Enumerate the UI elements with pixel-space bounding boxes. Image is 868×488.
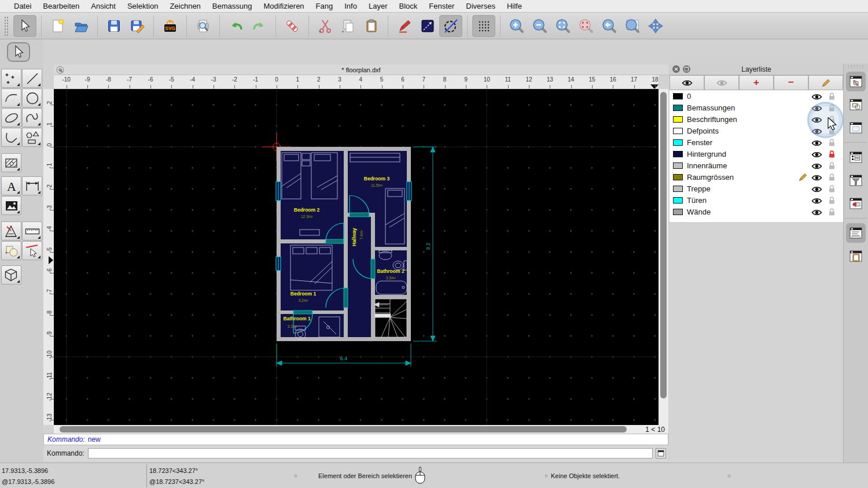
save-button[interactable] [102,15,126,37]
layer-row-hintergrund[interactable]: Hintergrund [670,148,843,160]
horizontal-scrollbar-thumb[interactable] [60,426,627,432]
horizontal-scrollbar[interactable]: 1 < 10 [54,425,668,434]
add-layer-button[interactable]: + [739,75,774,90]
draft-circle-button[interactable] [439,15,462,37]
erase-button[interactable] [281,15,304,37]
menu-item-info[interactable]: Info [339,2,363,10]
document-titlebar[interactable]: * floorplan.dxf [54,65,668,75]
hide-all-layers-button[interactable] [704,75,739,90]
block-panel-toggle-button[interactable] [846,95,866,114]
menu-item-bearbeiten[interactable]: Bearbeiten [37,2,85,10]
tool-delete-button[interactable] [22,241,42,260]
tool-line-button[interactable] [22,69,42,88]
menu-item-selektion[interactable]: Selektion [122,2,164,10]
show-all-layers-button[interactable] [670,75,704,90]
tool-text-button[interactable]: A [1,176,21,195]
command-input[interactable] [88,448,653,459]
select-cursor-button[interactable] [13,15,36,37]
tool-info-button[interactable] [1,241,21,260]
clipboard-panel-toggle-button[interactable] [846,246,866,266]
drawing-panel-toggle-button[interactable] [846,72,866,91]
layer-color-swatch[interactable] [673,93,683,99]
layer-row-0[interactable]: 0 [670,90,843,102]
layer-row-raumgrössen[interactable]: Raumgrössen [670,171,843,183]
open-file-button[interactable] [69,15,93,37]
layer-color-swatch[interactable] [673,186,683,192]
layer-panel-header[interactable]: ✕ ❐ Layerliste [670,64,843,75]
layer-lock-icon[interactable] [828,208,836,219]
zoom-back-button[interactable] [598,15,621,37]
hruler-label: 10 [484,76,490,83]
vertical-scrollbar[interactable] [659,89,668,425]
zoom-out-button[interactable] [528,15,551,37]
paste-button[interactable] [360,15,383,37]
layer-row-wände[interactable]: Wände [670,206,843,217]
edit-layer-button[interactable] [808,75,843,90]
copy-button[interactable]: + [337,15,360,37]
zoom-pan-button[interactable] [644,15,667,37]
menu-item-ansicht[interactable]: Ansicht [85,2,122,10]
cut-button[interactable]: + [314,15,337,37]
layer-color-swatch[interactable] [673,151,683,157]
menu-item-bemassung[interactable]: Bemassung [207,2,258,10]
menu-item-block[interactable]: Block [393,2,423,10]
layer-color-swatch[interactable] [673,197,683,204]
menu-item-fenster[interactable]: Fenster [423,2,460,10]
tool-arc-button[interactable] [1,88,21,108]
vertical-scrollbar-thumb[interactable] [660,92,667,398]
tool-points-button[interactable] [1,69,21,88]
layer-color-swatch[interactable] [673,174,683,180]
filter-panel-toggle-button[interactable] [846,171,866,190]
undo-button[interactable] [225,15,248,37]
layer-color-swatch[interactable] [673,116,683,123]
layer-color-swatch[interactable] [673,209,683,215]
layer-color-swatch[interactable] [673,162,683,169]
tool-modify-button[interactable] [1,221,21,241]
layer-row-türen[interactable]: Türen [670,194,843,206]
save-as-button[interactable] [126,15,149,37]
tool-box-3d-button[interactable] [1,265,21,284]
zoom-previous-button[interactable] [575,15,598,37]
zoom-window-button[interactable] [621,15,644,37]
layer-row-innenräume[interactable]: Innenräume [670,160,843,171]
remove-layer-button[interactable]: − [774,75,808,90]
command-window-toggle-icon[interactable] [656,448,666,459]
layer-color-swatch[interactable] [673,105,683,111]
tool-image-button[interactable] [1,196,21,215]
menu-item-layer[interactable]: Layer [363,2,393,10]
zoom-in-button[interactable] [505,15,528,37]
tool-spline-button[interactable] [22,108,42,127]
layer-visibility-eye-icon[interactable] [811,208,822,219]
new-file-button[interactable] [46,15,69,37]
frame-panel-toggle-button[interactable] [846,118,866,138]
menu-item-hilfe[interactable]: Hilfe [501,2,528,10]
redo-button[interactable] [248,15,271,37]
print-preview-button[interactable] [192,15,215,37]
tool-polyline-button[interactable] [1,128,21,147]
menu-item-modifizieren[interactable]: Modifizieren [258,2,310,10]
tool-measure-button[interactable] [22,221,42,241]
snap-grid-button[interactable] [472,15,495,37]
menu-item-zeichnen[interactable]: Zeichnen [164,2,206,10]
tool-circle-button[interactable] [22,88,42,108]
tool-dimension-button[interactable] [22,176,42,195]
zoom-auto-button[interactable] [551,15,575,37]
layer-color-swatch[interactable] [673,128,683,134]
layer-row-treppe[interactable]: Treppe [670,183,843,194]
layer-color-swatch[interactable] [673,139,683,146]
svg-export-button[interactable]: SVG [159,15,182,37]
menu-item-diverses[interactable]: Diverses [460,2,501,10]
tool-hatch-button[interactable] [1,153,21,172]
tool-ellipse-button[interactable] [1,108,21,127]
menu-item-datei[interactable]: Datei [8,2,37,10]
drawing-canvas[interactable]: 9.2 6.4 Bedroom 2 Bedroom 3 Bedroom 1 Ba… [54,89,659,425]
tool-polygon-button[interactable] [22,128,42,147]
command-panel-toggle-button[interactable] [846,223,866,243]
notify-panel-toggle-button[interactable] [846,194,866,213]
select-tool-button[interactable] [7,42,30,62]
menu-item-fang[interactable]: Fang [310,2,339,10]
draft-line-button[interactable] [416,15,439,37]
layer-row-fenster[interactable]: Fenster [670,136,843,148]
pen-edit-button[interactable] [393,15,416,37]
list-panel-toggle-button[interactable] [846,147,866,167]
